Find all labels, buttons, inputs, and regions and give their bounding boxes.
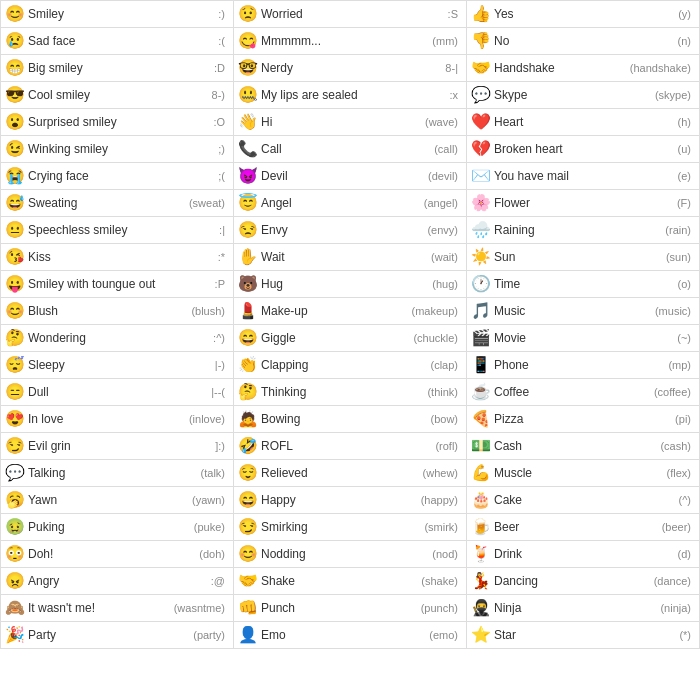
- list-item: ❤️Heart(h): [467, 109, 700, 136]
- list-item: 🙇Bowing(bow): [234, 406, 467, 433]
- emoji-code: (bow): [430, 413, 462, 425]
- emoji-name: Clapping: [258, 358, 430, 372]
- emoji-name: Music: [491, 304, 655, 318]
- list-item: 😋Mmmmm...(mm): [234, 28, 467, 55]
- emoji-code: (n): [678, 35, 695, 47]
- emoji-name: Shake: [258, 574, 421, 588]
- emoji-name: Pizza: [491, 412, 675, 426]
- emoji-code: (doh): [199, 548, 229, 560]
- emoji-icon: ✉️: [471, 166, 491, 186]
- emoji-icon: 🥷: [471, 598, 491, 618]
- emoji-name: Kiss: [25, 250, 218, 264]
- emoji-name: Punch: [258, 601, 421, 615]
- emoji-name: Phone: [491, 358, 668, 372]
- emoji-code: (inlove): [189, 413, 229, 425]
- emoji-code: (punch): [421, 602, 462, 614]
- emoji-icon: 😏: [238, 517, 258, 537]
- emoji-name: ROFL: [258, 439, 435, 453]
- emoji-icon: 💵: [471, 436, 491, 456]
- list-item: 💔Broken heart(u): [467, 136, 700, 163]
- list-item: ☕Coffee(coffee): [467, 379, 700, 406]
- list-item: 😒Envy(envy): [234, 217, 467, 244]
- list-item: 😍In love(inlove): [1, 406, 234, 433]
- list-item: 🕐Time(o): [467, 271, 700, 298]
- list-item: 💃Dancing(dance): [467, 568, 700, 595]
- emoji-code: (beer): [662, 521, 695, 533]
- emoji-name: Winking smiley: [25, 142, 218, 156]
- emoji-name: Call: [258, 142, 434, 156]
- emoji-code: (mm): [432, 35, 462, 47]
- emoji-icon: 🤝: [238, 571, 258, 591]
- emoji-icon: 💪: [471, 463, 491, 483]
- emoji-icon: 😘: [5, 247, 25, 267]
- list-item: 😎Cool smiley8-): [1, 82, 234, 109]
- emoji-name: Raining: [491, 223, 665, 237]
- emoji-name: Handshake: [491, 61, 630, 75]
- emoji-name: Broken heart: [491, 142, 678, 156]
- emoji-code: (rain): [665, 224, 695, 236]
- emoji-name: Happy: [258, 493, 421, 507]
- emoji-code: (y): [678, 8, 695, 20]
- emoji-icon: 💔: [471, 139, 491, 159]
- emoji-code: (envy): [427, 224, 462, 236]
- list-item: 📱Phone(mp): [467, 352, 700, 379]
- emoji-name: Wondering: [25, 331, 213, 345]
- emoji-name: Devil: [258, 169, 428, 183]
- emoji-name: Sweating: [25, 196, 189, 210]
- list-item: 😟Worried:S: [234, 1, 467, 28]
- list-item: 🤔Wondering:^): [1, 325, 234, 352]
- emoji-icon: 🌸: [471, 193, 491, 213]
- list-item: 👤Emo(emo): [234, 622, 467, 649]
- list-item: 😮Surprised smiley:O: [1, 109, 234, 136]
- emoji-code: (sweat): [189, 197, 229, 209]
- list-item: 🍕Pizza(pi): [467, 406, 700, 433]
- list-item: 🤣ROFL(rofl): [234, 433, 467, 460]
- emoji-code: (~): [677, 332, 695, 344]
- emoji-name: Envy: [258, 223, 427, 237]
- emoji-name: Yes: [491, 7, 678, 21]
- emoji-code: (clap): [430, 359, 462, 371]
- list-item: 👋Hi(wave): [234, 109, 467, 136]
- emoji-code: :P: [215, 278, 229, 290]
- emoji-icon: 💬: [5, 463, 25, 483]
- emoji-name: Puking: [25, 520, 194, 534]
- emoji-code: (F): [677, 197, 695, 209]
- emoji-icon: 👎: [471, 31, 491, 51]
- list-item: 🤝Handshake(handshake): [467, 55, 700, 82]
- emoji-icon: 🤓: [238, 58, 258, 78]
- emoji-icon: 🙇: [238, 409, 258, 429]
- emoji-code: (talk): [201, 467, 229, 479]
- list-item: 💵Cash(cash): [467, 433, 700, 460]
- emoji-code: :D: [214, 62, 229, 74]
- emoji-name: Skype: [491, 88, 655, 102]
- list-item: 😁Big smiley:D: [1, 55, 234, 82]
- list-item: 😑Dull|--(: [1, 379, 234, 406]
- emoji-name: Worried: [258, 7, 448, 21]
- emoji-icon: ⭐: [471, 625, 491, 645]
- emoji-name: Angel: [258, 196, 424, 210]
- emoji-icon: 😢: [5, 31, 25, 51]
- list-item: 💄Make-up(makeup): [234, 298, 467, 325]
- emoji-code: (smirk): [424, 521, 462, 533]
- emoji-name: Mmmmm...: [258, 34, 432, 48]
- emoji-code: (makeup): [412, 305, 462, 317]
- emoji-icon: 🙈: [5, 598, 25, 618]
- emoji-name: Muscle: [491, 466, 667, 480]
- emoji-icon: 😁: [5, 58, 25, 78]
- emoji-code: :*: [218, 251, 229, 263]
- list-item: 😐Speechless smiley:|: [1, 217, 234, 244]
- emoji-code: ;(: [218, 170, 229, 182]
- list-item: 😳Doh!(doh): [1, 541, 234, 568]
- emoji-code: ]:): [215, 440, 229, 452]
- emoji-name: Smiley with toungue out: [25, 277, 215, 291]
- emoji-name: My lips are sealed: [258, 88, 449, 102]
- list-item: 🤓Nerdy8-|: [234, 55, 467, 82]
- emoji-icon: 🎂: [471, 490, 491, 510]
- emoji-name: Surprised smiley: [25, 115, 213, 129]
- emoji-code: (ninja): [660, 602, 695, 614]
- emoji-icon: 🤣: [238, 436, 258, 456]
- emoji-code: (hug): [432, 278, 462, 290]
- emoji-code: :O: [213, 116, 229, 128]
- list-item: 😊Nodding(nod): [234, 541, 467, 568]
- emoji-icon: 📞: [238, 139, 258, 159]
